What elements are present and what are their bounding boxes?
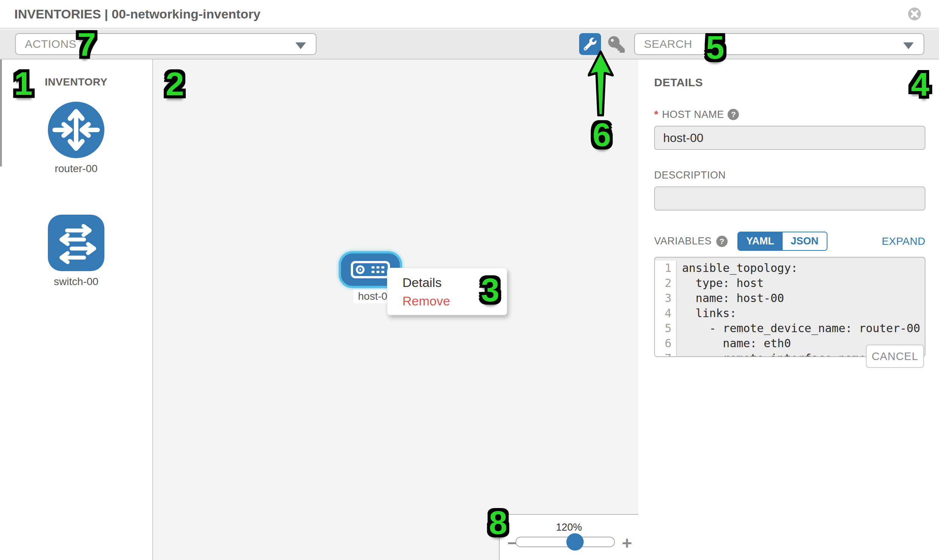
annotation-1: 1 xyxy=(14,67,33,100)
description-input[interactable] xyxy=(654,186,925,211)
code-line: 2 type: host xyxy=(655,276,925,291)
topology-canvas[interactable]: host-00 Details Remove 120% − + xyxy=(153,60,638,560)
chevron-down-icon xyxy=(903,43,914,49)
expand-link[interactable]: EXPAND xyxy=(882,235,925,248)
page-header: INVENTORIES | 00-networking-inventory xyxy=(0,0,939,29)
line-number: 3 xyxy=(655,291,677,306)
host-name-input[interactable]: host-00 xyxy=(654,126,925,150)
palette-item-router[interactable]: router-00 xyxy=(0,102,152,175)
arrow-up-annotation-icon xyxy=(588,51,614,117)
line-number: 7 xyxy=(655,351,677,357)
line-number: 4 xyxy=(655,306,677,321)
annotation-2: 2 xyxy=(166,68,184,100)
zoom-level-label: 120% xyxy=(500,522,638,533)
code-line: 1 ansible_topology: xyxy=(655,261,925,276)
host-icon xyxy=(351,261,390,278)
chevron-down-icon xyxy=(295,43,306,49)
code-line: 3 name: host-00 xyxy=(655,291,925,306)
switch-icon xyxy=(48,215,104,271)
annotation-7: 7 xyxy=(78,28,96,61)
page-title: INVENTORIES | 00-networking-inventory xyxy=(14,7,261,22)
zoom-control: 120% − + xyxy=(499,514,638,560)
description-label: DESCRIPTION xyxy=(654,169,726,181)
annotation-5: 5 xyxy=(706,31,725,64)
help-icon[interactable]: ? xyxy=(728,109,739,120)
code-line: 5 - remote_device_name: router-00 xyxy=(655,321,925,336)
code-line: 4 links: xyxy=(655,306,925,321)
variables-format-toggle: YAML JSON xyxy=(737,232,828,251)
help-icon[interactable]: ? xyxy=(716,236,728,247)
code-text: name: eth0 xyxy=(677,336,791,351)
annotation-3: 3 xyxy=(481,274,500,306)
router-icon xyxy=(48,102,104,158)
line-number: 1 xyxy=(655,261,677,276)
code-text: name: host-00 xyxy=(677,291,784,306)
inventory-sidebar: INVENTORY router-00 xyxy=(0,60,153,560)
details-title: DETAILS xyxy=(654,76,925,89)
palette-item-label: switch-00 xyxy=(54,276,98,288)
code-text: ansible_topology: xyxy=(677,261,798,276)
cancel-button[interactable]: CANCEL xyxy=(866,345,924,368)
close-icon[interactable] xyxy=(907,7,922,21)
line-number: 6 xyxy=(655,336,677,351)
zoom-slider-thumb[interactable] xyxy=(566,533,584,551)
actions-dropdown[interactable]: ACTIONS xyxy=(15,33,316,55)
annotation-4: 4 xyxy=(911,68,930,101)
line-number: 2 xyxy=(655,276,677,291)
variables-label: VARIABLES xyxy=(654,235,712,247)
toolbar: ACTIONS SEARCH xyxy=(0,29,939,60)
zoom-slider[interactable] xyxy=(515,537,615,547)
line-number: 5 xyxy=(655,321,677,336)
details-panel: DETAILS * HOST NAME ? host-00 DESCRIPTIO… xyxy=(638,60,939,560)
host-name-label: HOST NAME xyxy=(662,109,724,120)
search-dropdown-label: SEARCH xyxy=(644,38,692,51)
code-text: - remote_device_name: router-00 xyxy=(677,321,920,336)
search-dropdown[interactable]: SEARCH xyxy=(634,33,924,55)
required-asterisk: * xyxy=(654,108,658,120)
palette-item-label: router-00 xyxy=(55,163,97,175)
variables-code-editor[interactable]: 1 ansible_topology: 2 type: host 3 name:… xyxy=(654,257,925,357)
tab-yaml[interactable]: YAML xyxy=(738,232,783,250)
code-text: type: host xyxy=(677,276,764,291)
inventory-topology-app: INVENTORIES | 00-networking-inventory AC… xyxy=(0,0,939,560)
zoom-in-button[interactable]: + xyxy=(619,533,635,553)
actions-dropdown-label: ACTIONS xyxy=(25,38,77,51)
palette-item-switch[interactable]: switch-00 xyxy=(0,215,152,288)
annotation-6: 6 xyxy=(593,118,611,151)
tab-json[interactable]: JSON xyxy=(783,232,827,250)
wrench-icon xyxy=(584,38,597,51)
annotation-8: 8 xyxy=(489,506,507,539)
code-text: links: xyxy=(677,306,737,321)
